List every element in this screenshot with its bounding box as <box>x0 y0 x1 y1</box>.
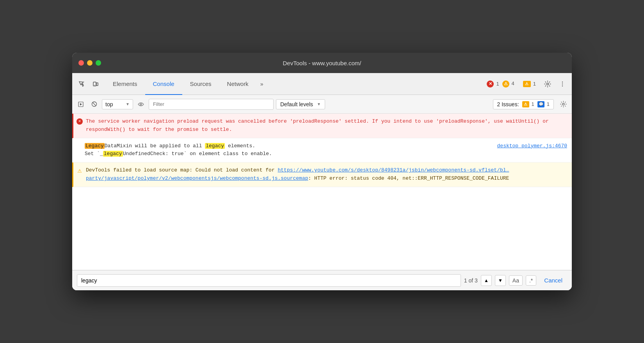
source-link[interactable]: desktop_polymer.js:4670 <box>491 142 567 150</box>
levels-dropdown-icon: ▼ <box>317 102 321 106</box>
match-case-button[interactable]: Aa <box>509 275 523 286</box>
filter-input[interactable] <box>149 99 274 110</box>
tab-console[interactable]: Console <box>145 73 182 95</box>
warning-icon: ⚠ <box>502 80 509 88</box>
svg-rect-1 <box>96 83 98 86</box>
tab-bar-left-icons <box>75 73 102 95</box>
warning-icon: ⚠ <box>76 168 83 174</box>
traffic-lights <box>78 60 101 66</box>
more-options-button[interactable] <box>556 78 569 90</box>
svg-marker-8 <box>80 103 82 105</box>
tab-bar-right: ✕ 1 ⚠ 4 ⚠ 1 <box>484 73 569 95</box>
issues-button[interactable]: 2 Issues: ⚠ 1 💬 1 <box>493 99 554 109</box>
device-toolbar-button[interactable] <box>89 78 102 90</box>
error-icon: ✕ <box>487 80 494 88</box>
tab-network[interactable]: Network <box>219 73 256 95</box>
console-toolbar: top ▼ Default levels ▼ 2 Issues: ⚠ 1 💬 1 <box>72 95 572 114</box>
close-button[interactable] <box>78 60 84 66</box>
svg-line-10 <box>93 102 96 106</box>
error-badge-button[interactable]: ✕ 1 ⚠ 4 <box>484 79 517 89</box>
search-up-button[interactable]: ▲ <box>481 275 492 286</box>
regex-button[interactable]: .* <box>526 275 536 286</box>
log-message-body: LegacyDataMixin will be applied to all l… <box>85 142 491 159</box>
log-message: LegacyDataMixin will be applied to all l… <box>72 138 572 163</box>
inspect-element-button[interactable] <box>75 78 88 90</box>
more-tabs-button[interactable]: » <box>256 73 267 95</box>
eye-button[interactable] <box>135 99 146 110</box>
error-message-body: The service worker navigation preload re… <box>86 118 567 134</box>
tab-elements[interactable]: Elements <box>105 73 145 95</box>
legacy-highlight-orange: Legacy <box>85 143 105 149</box>
search-count: 1 of 3 <box>464 277 478 284</box>
dropdown-arrow-icon: ▼ <box>126 102 130 106</box>
tab-bar: Elements Console Sources Network » ✕ <box>72 73 572 95</box>
svg-point-4 <box>562 81 563 82</box>
tabs: Elements Console Sources Network » <box>105 73 267 95</box>
svg-point-5 <box>562 83 563 84</box>
search-down-button[interactable]: ▼ <box>495 275 506 286</box>
issues-warning-badge: ⚠ <box>522 101 529 107</box>
warning-message: ⚠ DevTools failed to load source map: Co… <box>72 163 572 187</box>
window-title: DevTools - www.youtube.com/ <box>283 60 361 66</box>
search-input[interactable] <box>77 274 461 287</box>
title-bar: DevTools - www.youtube.com/ <box>72 53 572 73</box>
error-icon: ✕ <box>76 118 83 125</box>
error-message: ✕ The service worker navigation preload … <box>72 114 572 138</box>
console-settings-button[interactable] <box>558 99 569 110</box>
maximize-button[interactable] <box>96 60 101 66</box>
settings-button[interactable] <box>541 78 554 90</box>
legacy-highlight-yellow: legacy <box>205 143 225 149</box>
svg-point-11 <box>140 104 142 105</box>
svg-point-12 <box>562 103 564 105</box>
svg-point-3 <box>547 83 549 85</box>
issues-info-badge: 💬 <box>537 101 544 107</box>
legacy2-highlight-yellow: legacy <box>103 151 123 157</box>
devtools-body: Elements Console Sources Network » ✕ <box>72 73 572 290</box>
devtools-window: DevTools - www.youtube.com/ <box>72 53 572 290</box>
cancel-button[interactable]: Cancel <box>539 275 567 285</box>
console-content: ✕ The service worker navigation preload … <box>72 114 572 270</box>
clear-console-button[interactable] <box>89 99 100 110</box>
svg-point-6 <box>562 85 563 86</box>
issues-badge-button[interactable]: ⚠ 1 <box>520 79 539 89</box>
context-selector[interactable]: top ▼ <box>102 99 133 109</box>
minimize-button[interactable] <box>87 60 93 66</box>
issue-warning-icon: ⚠ <box>523 81 531 87</box>
warning-message-body: DevTools failed to load source map: Coul… <box>86 166 567 183</box>
default-levels-button[interactable]: Default levels ▼ <box>276 99 325 109</box>
run-script-button[interactable] <box>75 99 86 110</box>
tab-sources[interactable]: Sources <box>182 73 219 95</box>
search-bar: 1 of 3 ▲ ▼ Aa .* Cancel <box>72 270 572 290</box>
svg-point-2 <box>94 85 95 86</box>
